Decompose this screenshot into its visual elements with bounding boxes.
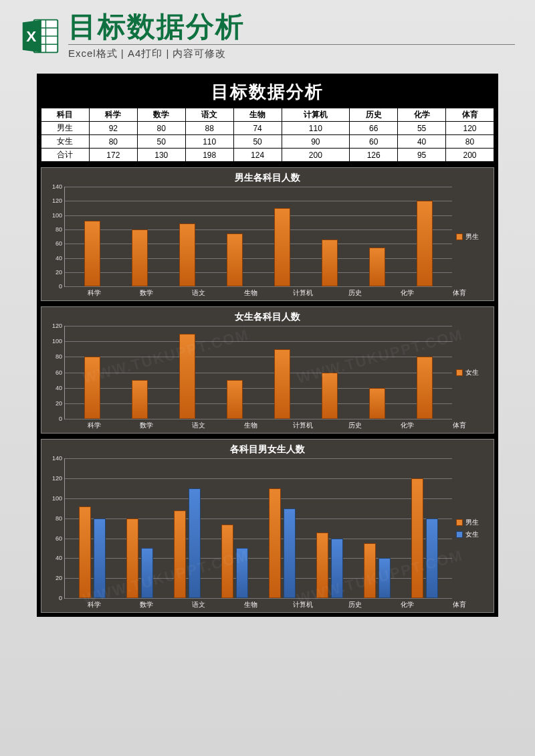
row-header: 合计 xyxy=(41,149,90,162)
excel-icon: X xyxy=(20,16,60,56)
legend: 女生 xyxy=(452,326,490,419)
bar xyxy=(179,223,195,286)
bar xyxy=(274,208,290,286)
bar xyxy=(274,349,290,419)
x-tick-label: 历史 xyxy=(342,421,368,430)
cell: 126 xyxy=(350,149,398,162)
bar xyxy=(94,518,106,598)
bar-group xyxy=(220,458,249,598)
x-tick-label: 体育 xyxy=(446,421,473,430)
legend-swatch-icon xyxy=(456,233,463,240)
bar xyxy=(227,380,243,419)
bar xyxy=(322,373,338,419)
bar xyxy=(411,478,423,598)
bar xyxy=(369,388,385,419)
cell: 40 xyxy=(398,135,446,149)
bar xyxy=(316,533,328,599)
bar-group xyxy=(225,187,244,286)
legend: 男生女生 xyxy=(452,458,490,599)
bar-group xyxy=(315,458,344,598)
bar-group xyxy=(78,458,107,598)
x-tick-label: 语文 xyxy=(185,288,212,298)
cell: 95 xyxy=(398,149,446,162)
legend-label: 女生 xyxy=(465,530,479,539)
x-tick-label: 科学 xyxy=(81,288,108,298)
x-tick-label: 生物 xyxy=(237,288,264,298)
bar-group xyxy=(83,326,102,419)
x-tick-label: 计算机 xyxy=(290,421,316,430)
cell: 80 xyxy=(137,122,185,135)
cell: 66 xyxy=(350,122,398,135)
bar-group xyxy=(415,187,434,286)
legend-swatch-icon xyxy=(456,531,463,538)
bar-group xyxy=(225,326,244,419)
plot-area: 020406080100120 xyxy=(64,326,452,419)
bar xyxy=(79,506,91,598)
y-tick-label: 80 xyxy=(56,515,62,522)
y-tick-label: 60 xyxy=(56,369,62,376)
bar xyxy=(331,539,343,599)
bar xyxy=(84,221,100,286)
x-tick-label: 化学 xyxy=(394,421,421,430)
bar-group xyxy=(173,458,202,598)
chart-0: 男生各科目人数020406080100120140男生科学数学语文生物计算机历史… xyxy=(41,167,494,301)
cell: 90 xyxy=(282,135,350,149)
bar-group xyxy=(83,187,102,286)
x-tick-label: 语文 xyxy=(185,600,212,609)
col-header: 历史 xyxy=(350,108,398,122)
bar xyxy=(322,240,338,286)
col-header: 科目 xyxy=(41,108,90,122)
y-tick-label: 140 xyxy=(52,455,62,462)
cell: 110 xyxy=(185,135,233,149)
x-tick-label: 计算机 xyxy=(290,600,316,609)
y-tick-label: 60 xyxy=(56,535,62,542)
bar xyxy=(84,357,100,419)
x-tick-label: 体育 xyxy=(446,600,473,609)
y-tick-label: 100 xyxy=(52,338,62,345)
y-tick-label: 0 xyxy=(59,283,62,290)
bar-group xyxy=(362,458,392,598)
bar xyxy=(174,510,186,598)
y-tick-label: 100 xyxy=(52,495,62,502)
bar-group xyxy=(368,187,387,286)
cell: 50 xyxy=(233,135,282,149)
cell: 200 xyxy=(282,149,350,162)
svg-text:X: X xyxy=(26,28,36,45)
bar xyxy=(132,380,148,419)
x-tick-label: 历史 xyxy=(342,600,368,609)
table-row: 女生 80 50 110 50 90 60 40 80 xyxy=(41,135,494,149)
x-tick-label: 生物 xyxy=(237,600,264,609)
bar xyxy=(126,518,138,598)
bar xyxy=(369,248,385,287)
bar-group xyxy=(125,458,154,598)
y-tick-label: 80 xyxy=(56,226,62,233)
chart-title: 各科目男女生人数 xyxy=(45,444,490,456)
x-tick-label: 数学 xyxy=(133,288,160,298)
x-tick-label: 计算机 xyxy=(290,288,316,298)
bar-group xyxy=(410,458,439,598)
bar-group xyxy=(320,187,339,286)
y-tick-label: 80 xyxy=(56,353,62,360)
legend-swatch-icon xyxy=(456,519,463,526)
bar-group xyxy=(273,187,292,286)
x-tick-label: 历史 xyxy=(342,288,368,298)
legend: 男生 xyxy=(452,187,490,287)
plot-area: 020406080100120140 xyxy=(64,187,452,287)
cell: 110 xyxy=(282,122,350,135)
y-tick-label: 20 xyxy=(56,575,62,581)
y-tick-label: 120 xyxy=(52,322,62,329)
template-header: X 目标数据分析 Excel格式 | A4打印 | 内容可修改 xyxy=(0,0,535,67)
y-tick-label: 120 xyxy=(52,197,62,204)
y-tick-label: 120 xyxy=(52,475,62,482)
y-tick-label: 60 xyxy=(56,240,62,247)
cell: 130 xyxy=(137,149,185,162)
col-header: 数学 xyxy=(137,108,185,122)
cell: 74 xyxy=(233,122,282,135)
x-tick-label: 体育 xyxy=(446,288,473,298)
y-tick-label: 20 xyxy=(56,400,62,407)
bar-group xyxy=(273,326,292,419)
bar-group xyxy=(178,187,197,286)
col-header: 化学 xyxy=(398,108,446,122)
cell: 80 xyxy=(446,135,494,149)
table-row: 男生 92 80 88 74 110 66 55 120 xyxy=(41,122,494,135)
